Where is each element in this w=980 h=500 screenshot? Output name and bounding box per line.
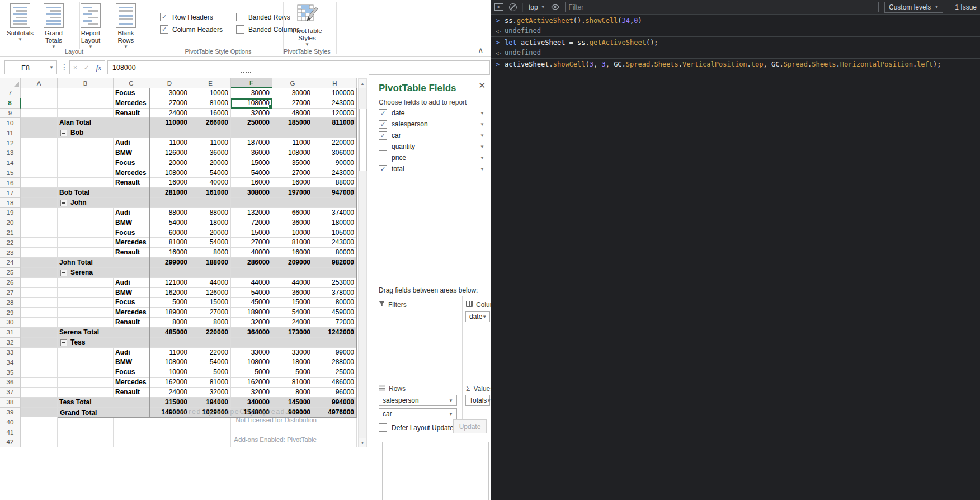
grid-cell[interactable]: 20000 — [190, 158, 231, 168]
grid-cell[interactable]: 81000 — [190, 98, 231, 109]
grid-cell[interactable]: Renault — [114, 388, 149, 398]
row-header-27[interactable]: 27 — [0, 288, 21, 298]
grid-cell[interactable] — [21, 417, 58, 427]
grid-cell[interactable] — [58, 437, 114, 447]
grid-cell[interactable]: 5000 — [149, 298, 190, 308]
name-box-caret-icon[interactable]: ▼ — [46, 62, 56, 74]
grid-cell[interactable] — [58, 158, 114, 168]
console-filter-input[interactable]: Filter — [565, 2, 879, 12]
grid-cell[interactable] — [58, 148, 114, 158]
report-layout-button[interactable]: Report Layout ▼ — [74, 3, 107, 49]
grid-cell[interactable]: 299000 — [149, 258, 190, 268]
grid-cell[interactable] — [21, 288, 58, 298]
row-header-33[interactable]: 33 — [0, 348, 21, 358]
grid-cell[interactable]: 243000 — [313, 238, 357, 248]
row-header-29[interactable]: 29 — [0, 308, 21, 318]
grid-cell[interactable]: 20000 — [149, 158, 190, 168]
grid-cell[interactable]: Renault — [114, 109, 149, 119]
grid-cell[interactable]: Audi — [114, 348, 149, 358]
grid-cell[interactable]: 459000 — [313, 308, 357, 318]
grid-cell[interactable]: Mercedes — [114, 378, 149, 388]
column-header-F[interactable]: F — [231, 78, 272, 88]
grid-cell[interactable] — [21, 318, 58, 328]
grid-cell[interactable] — [21, 128, 58, 138]
log-levels-dropdown[interactable]: Custom levels▼ — [884, 2, 943, 13]
grid-cell[interactable] — [21, 228, 58, 238]
grid-cell[interactable] — [21, 109, 58, 119]
grid-cell[interactable]: 36000 — [272, 218, 313, 228]
grid-cell[interactable] — [313, 198, 357, 208]
grid-cell[interactable] — [58, 388, 114, 398]
grid-cell[interactable]: 486000 — [313, 378, 357, 388]
grid-cell[interactable]: 27000 — [149, 98, 190, 109]
grid-cell[interactable]: 44000 — [272, 278, 313, 288]
grid-cell[interactable]: 8000 — [190, 318, 231, 328]
console-command[interactable]: >ss.getActiveSheet().showCell(34,0) — [491, 16, 980, 26]
selected-cell[interactable]: 108000 — [231, 98, 272, 109]
row-header-38[interactable]: 38 — [0, 398, 21, 408]
grid-cell[interactable] — [21, 238, 58, 248]
row-headers-checkbox[interactable]: ✓ Row Headers — [160, 13, 213, 21]
grid-cell[interactable]: 27000 — [272, 168, 313, 178]
grid-cell[interactable] — [21, 138, 58, 148]
grid-cell[interactable]: 10000 — [149, 367, 190, 378]
grid-cell[interactable]: 250000 — [231, 118, 272, 128]
grid-cell[interactable] — [58, 218, 114, 228]
grid-cell[interactable] — [21, 148, 58, 158]
grid-cell[interactable]: 44000 — [190, 278, 231, 288]
grid-cell[interactable]: 45000 — [231, 298, 272, 308]
grid-cell[interactable] — [58, 208, 114, 218]
row-header-26[interactable]: 26 — [0, 278, 21, 288]
grid-cell[interactable]: 286000 — [231, 258, 272, 268]
row-header-10[interactable]: 10 — [0, 118, 21, 128]
grid-cell[interactable]: 108000 — [272, 148, 313, 158]
grid-cell[interactable]: 90000 — [313, 158, 357, 168]
grid-cell[interactable]: 8000 — [190, 248, 231, 258]
grid-cell[interactable] — [149, 268, 190, 278]
grid-cell[interactable]: 54000 — [272, 308, 313, 318]
grid-cell[interactable]: 220000 — [190, 328, 231, 338]
grid-cell[interactable]: 5000 — [231, 367, 272, 378]
grid-cell[interactable]: 105000 — [313, 228, 357, 238]
grid-cell[interactable]: 1242000 — [313, 328, 357, 338]
grid-cell[interactable]: 15000 — [190, 298, 231, 308]
collapse-group-icon[interactable] — [60, 339, 67, 346]
collapse-group-icon[interactable] — [60, 130, 67, 136]
collapse-ribbon-icon[interactable]: ∧ — [478, 46, 483, 54]
grid-cell[interactable]: Audi — [114, 278, 149, 288]
row-header-18[interactable]: 18 — [0, 198, 21, 208]
update-button[interactable]: Update — [453, 419, 487, 433]
grid-cell[interactable] — [272, 128, 313, 138]
values-field-totals[interactable]: Totals ▼ — [465, 395, 490, 406]
grid-cell[interactable]: Focus — [114, 367, 149, 378]
grid-cell[interactable]: 60000 — [149, 228, 190, 238]
row-header-39[interactable]: 39 — [0, 408, 21, 418]
grid-cell[interactable]: 281000 — [149, 188, 190, 198]
grid-cell[interactable]: 485000 — [149, 328, 190, 338]
grid-cell[interactable] — [58, 278, 114, 288]
grid-cell[interactable]: 180000 — [313, 218, 357, 228]
grid-cell[interactable]: 126000 — [190, 288, 231, 298]
grid-cell[interactable]: 88000 — [190, 208, 231, 218]
grid-cell[interactable]: 173000 — [272, 328, 313, 338]
banded-rows-checkbox[interactable]: Banded Rows — [236, 13, 290, 21]
grid-cell[interactable]: 30000 — [231, 88, 272, 98]
grid-cell[interactable] — [114, 427, 149, 437]
grid-cell[interactable] — [58, 98, 114, 109]
grid-cell[interactable] — [58, 88, 114, 98]
grid-cell[interactable]: 909000 — [272, 408, 313, 418]
row-header-17[interactable]: 17 — [0, 188, 21, 198]
grand-totals-button[interactable]: Grand Totals ▼ — [37, 3, 70, 49]
grid-cell[interactable]: 24000 — [149, 109, 190, 119]
grid-cell[interactable] — [149, 128, 190, 138]
grid-cell[interactable]: 54000 — [190, 168, 231, 178]
grid-cell[interactable] — [58, 298, 114, 308]
field-dropdown-caret-icon[interactable]: ▼ — [480, 111, 484, 116]
grid-cell[interactable]: 4976000 — [313, 408, 357, 418]
grid-cell[interactable]: 24000 — [272, 318, 313, 328]
grid-cell[interactable] — [21, 158, 58, 168]
column-header-A[interactable]: A — [21, 78, 58, 88]
row-header-25[interactable]: 25 — [0, 268, 21, 278]
grid-cell[interactable]: 54000 — [190, 357, 231, 367]
row-header-16[interactable]: 16 — [0, 178, 21, 188]
